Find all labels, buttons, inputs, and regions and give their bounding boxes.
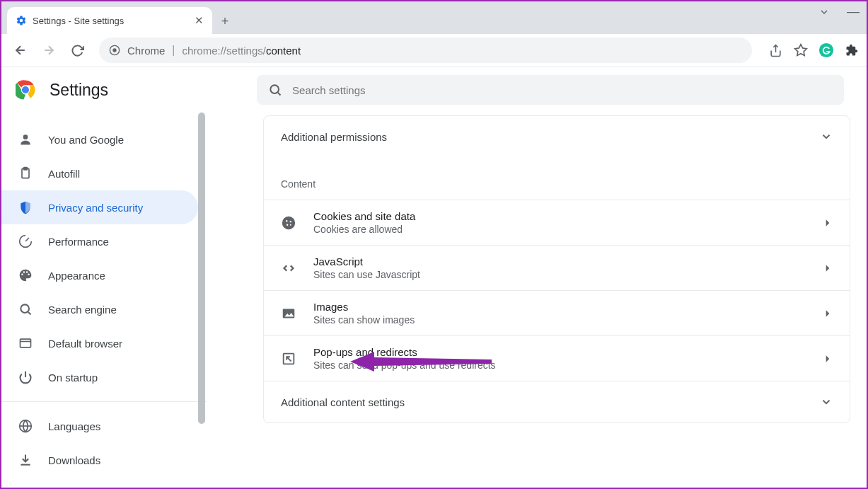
chevron-right-icon: [823, 218, 833, 228]
sidebar-item-startup[interactable]: On startup: [1, 360, 198, 394]
address-bar[interactable]: Chrome | chrome://settings/content: [99, 38, 752, 63]
row-popups[interactable]: Pop-ups and redirects Sites can send pop…: [264, 335, 850, 381]
popup-icon: [281, 351, 296, 367]
browser-toolbar: Chrome | chrome://settings/content: [1, 34, 867, 67]
globe-icon: [18, 419, 33, 433]
svg-rect-14: [24, 168, 28, 170]
minimize-icon[interactable]: —: [847, 4, 860, 19]
omnibox-url: chrome://settings/content: [183, 45, 301, 57]
svg-rect-18: [21, 339, 31, 347]
person-icon: [18, 132, 33, 146]
svg-point-25: [282, 216, 295, 229]
sidebar-item-autofill[interactable]: Autofill: [1, 156, 198, 190]
browser-icon: [18, 336, 33, 350]
svg-point-29: [290, 224, 291, 225]
new-tab-button[interactable]: +: [212, 8, 238, 34]
search-settings[interactable]: [257, 75, 844, 105]
power-icon: [18, 370, 33, 384]
svg-point-16: [21, 304, 29, 313]
shield-icon: [18, 200, 33, 214]
chevron-right-icon: [823, 354, 833, 364]
svg-point-26: [286, 220, 287, 222]
svg-line-11: [278, 93, 281, 96]
additional-content-row[interactable]: Additional content settings: [264, 381, 850, 422]
additional-permissions-row[interactable]: Additional permissions: [264, 116, 850, 157]
back-button[interactable]: [8, 38, 33, 62]
reload-button[interactable]: [65, 38, 89, 62]
svg-point-6: [819, 43, 833, 57]
code-icon: [281, 260, 296, 276]
cookie-icon: [281, 215, 296, 231]
svg-point-28: [287, 224, 288, 225]
sidebar-item-you-google[interactable]: You and Google: [1, 122, 198, 156]
clipboard-icon: [18, 166, 33, 180]
chevron-down-icon: [820, 130, 833, 143]
search-settings-input[interactable]: [292, 84, 833, 96]
omnibox-prefix: Chrome: [127, 45, 165, 57]
extensions-icon[interactable]: [844, 42, 860, 58]
scrollbar-thumb[interactable]: [198, 113, 205, 424]
svg-marker-30: [826, 219, 830, 226]
browser-tab[interactable]: Settings - Site settings ✕: [7, 7, 212, 34]
svg-marker-5: [795, 45, 807, 56]
tab-title: Settings - Site settings: [33, 16, 189, 26]
forward-button[interactable]: [37, 38, 61, 62]
site-info-icon[interactable]: [109, 45, 120, 56]
image-icon: [281, 306, 296, 321]
svg-line-15: [25, 238, 29, 241]
chevron-down-icon: [820, 396, 833, 408]
svg-line-36: [287, 357, 291, 361]
row-cookies[interactable]: Cookies and site data Cookies are allowe…: [264, 200, 850, 245]
svg-point-3: [112, 48, 116, 52]
sidebar: You and Google Autofill Privacy and secu…: [1, 113, 207, 488]
chevron-right-icon: [823, 263, 833, 273]
svg-point-10: [270, 85, 279, 93]
download-icon: [18, 453, 33, 467]
svg-point-27: [290, 220, 291, 222]
bookmark-icon[interactable]: [793, 42, 809, 58]
gear-icon: [16, 15, 27, 26]
speedometer-icon: [18, 234, 33, 248]
sidebar-item-performance[interactable]: Performance: [1, 224, 198, 258]
chevron-down-icon[interactable]: [818, 6, 830, 18]
sidebar-item-appearance[interactable]: Appearance: [1, 258, 198, 292]
close-tab-icon[interactable]: ✕: [195, 14, 204, 27]
settings-header: Settings: [1, 67, 867, 113]
svg-marker-31: [826, 265, 830, 271]
content-panel: Additional permissions Content Cookies a…: [263, 115, 850, 423]
chrome-logo-icon: [16, 80, 35, 100]
svg-point-12: [23, 134, 28, 139]
sidebar-item-search-engine[interactable]: Search engine: [1, 292, 198, 326]
row-images[interactable]: Images Sites can show images: [264, 290, 850, 335]
svg-marker-37: [826, 355, 830, 362]
main-content: Additional permissions Content Cookies a…: [207, 113, 867, 488]
chevron-right-icon: [823, 309, 833, 318]
row-javascript[interactable]: JavaScript Sites can use Javascript: [264, 245, 850, 290]
settings-title: Settings: [50, 81, 108, 100]
grammarly-icon[interactable]: [818, 42, 834, 58]
svg-line-17: [28, 312, 31, 315]
svg-marker-34: [826, 310, 830, 316]
search-icon: [268, 83, 282, 97]
sidebar-item-downloads[interactable]: Downloads: [1, 443, 198, 477]
share-icon[interactable]: [768, 42, 783, 58]
palette-icon: [18, 268, 33, 282]
sidebar-item-privacy[interactable]: Privacy and security: [1, 190, 198, 224]
sidebar-item-default-browser[interactable]: Default browser: [1, 326, 198, 360]
search-icon: [18, 302, 33, 316]
divider: [1, 401, 207, 402]
content-label: Content: [264, 157, 850, 200]
tab-strip: Settings - Site settings ✕ + —: [1, 1, 867, 34]
sidebar-item-languages[interactable]: Languages: [1, 409, 198, 443]
